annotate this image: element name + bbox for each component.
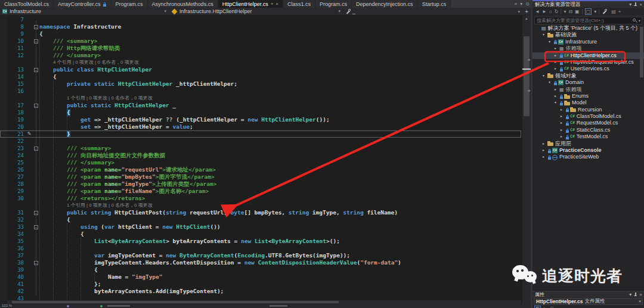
wrench-icon[interactable] — [602, 9, 607, 14]
chevron-down-icon[interactable]: ▾ — [639, 18, 640, 23]
preview-icon[interactable]: ▤ — [611, 9, 616, 14]
expander-collapsed-icon[interactable]: ▸ — [553, 86, 558, 93]
fold-collapse-icon[interactable]: − — [34, 39, 38, 43]
code-line-18[interactable]: 18{ — [0, 109, 521, 116]
codelens-line[interactable]: 1 个引用 | 0 项更改 | 0 名作者，0 项更改 — [0, 202, 521, 209]
code-line-16[interactable]: 16 — [0, 88, 521, 95]
project-dropdown[interactable]: C# Infrastructure ▾ — [0, 8, 169, 15]
categorized-icon[interactable]: ▤ — [534, 306, 541, 308]
tree-item--[interactable]: ▾基础设施 — [532, 32, 644, 38]
add-item-icon[interactable]: + — [618, 9, 621, 14]
code-line-9[interactable]: 9{ — [0, 30, 521, 38]
fold-collapse-icon[interactable]: − — [34, 104, 38, 108]
close-icon[interactable]: × — [275, 2, 278, 7]
tab-class1-cs[interactable]: Class1.cs — [283, 0, 315, 8]
home-icon[interactable]: ⌂ — [549, 9, 552, 14]
code-line-19[interactable]: 19get => _httpClientHelper ?? (_httpClie… — [0, 116, 521, 123]
tree-item-testmodel-cs[interactable]: ▸C#TestModel.cs — [532, 133, 644, 140]
code-editor[interactable]: 78−namespace Infrastructure9{10−/// <sum… — [0, 15, 531, 304]
expander-expanded-icon[interactable]: ▾ — [547, 39, 552, 45]
code-line-35[interactable]: 35List<ByteArrayContent> byteArrayConten… — [0, 238, 521, 245]
code-line-37[interactable]: 37var imgTypeContent = new ByteArrayCont… — [0, 252, 521, 259]
tab-arraycontroller-cs[interactable]: ArrayController.cs — [54, 0, 112, 8]
codelens-line[interactable]: 4 个引用 | 0 项更改 | 0 名作者，0 项更改 — [0, 59, 521, 66]
type-dropdown[interactable]: Infrastructure.HttpClientHelper ▾ — [169, 8, 343, 15]
tree-item-recursion[interactable]: ▸Recursion — [532, 107, 644, 113]
zoom-level[interactable]: 122 % — [2, 304, 12, 308]
tree-item-userservices-cs[interactable]: ▸C#UserServices.cs — [532, 66, 644, 72]
code-line-15[interactable]: 15private static HttpClientHelper _httpC… — [0, 80, 521, 88]
close-icon[interactable]: × — [639, 292, 642, 297]
fold-collapse-icon[interactable]: − — [34, 225, 38, 229]
switch-views-icon[interactable]: ↻ — [555, 9, 559, 14]
properties-icon[interactable]: ▣ — [575, 9, 580, 14]
close-icon[interactable]: × — [639, 2, 642, 7]
tree-item-model[interactable]: ▾Model — [532, 99, 644, 106]
window-menu-icon[interactable]: ▾ — [629, 292, 631, 297]
code-line-38[interactable]: 38−imgTypeContent.Headers.ContentDisposi… — [0, 259, 521, 266]
expander-expanded-icon[interactable]: ▾ — [541, 32, 546, 38]
scroll-up-icon[interactable]: ▲ — [522, 17, 531, 20]
code-line-12[interactable]: 12/// </summary> — [0, 52, 521, 59]
tab-classtoolmodel-cs[interactable]: ClassToolModel.cs — [0, 0, 54, 8]
code-line-25[interactable]: 25/// </summary> — [0, 159, 521, 166]
expander-expanded-icon[interactable]: ▾ — [553, 99, 558, 106]
expander-collapsed-icon[interactable]: ▸ — [553, 45, 558, 52]
forward-icon[interactable]: ► — [542, 9, 547, 14]
collapse-all-icon[interactable]: ⊟ — [568, 9, 572, 14]
fold-collapse-icon[interactable]: − — [34, 211, 38, 215]
tree-item-domain[interactable]: ▾C#Domain — [532, 79, 644, 86]
tree-item-enums[interactable]: ▸Enums — [532, 93, 644, 99]
code-line-13[interactable]: 13−public class HttpClientHelper — [0, 66, 521, 73]
tree-item-classtoolmodel-cs[interactable]: ▸C#ClassToolModel.cs — [532, 113, 644, 120]
code-line-33[interactable]: 33−using (var httpClient = new HttpClien… — [0, 223, 521, 231]
code-line-7[interactable]: 7 — [0, 16, 521, 23]
code-line-20[interactable]: 20set => _httpClientHelper = value; — [0, 123, 521, 130]
window-menu-icon[interactable]: ▾ — [629, 2, 631, 7]
expander-collapsed-icon[interactable]: ▸ — [559, 120, 564, 126]
expander-collapsed-icon[interactable]: ▸ — [553, 52, 558, 59]
pin-icon[interactable]: + — [271, 2, 274, 7]
expander-expanded-icon[interactable]: ▾ — [541, 73, 546, 79]
sync-with-active-document-icon[interactable]: ▢ — [585, 8, 592, 15]
fold-collapse-icon[interactable]: − — [34, 147, 38, 151]
tab-asynchronousmethods-cs[interactable]: AsynchronousMethods.cs — [148, 0, 218, 8]
tree-item--practice-5-5-[interactable]: ▤解决方案 'Practice' (5 个项目, 共 5 个) — [532, 25, 644, 32]
pin-icon[interactable] — [634, 293, 637, 297]
tree-item--[interactable]: ▸▦依赖项 — [532, 86, 644, 93]
expander-collapsed-icon[interactable]: ▸ — [559, 127, 564, 133]
code-line-29[interactable]: 29/// <param name="fileName">图片名称</param… — [0, 188, 521, 195]
pending-changes-filter-icon[interactable]: ▾ — [564, 9, 566, 14]
pin-icon[interactable] — [634, 2, 637, 7]
expander-collapsed-icon[interactable]: ▸ — [553, 93, 558, 99]
fold-collapse-icon[interactable]: − — [34, 68, 38, 72]
back-icon[interactable]: ◄ — [535, 9, 540, 14]
tree-item-practiceconsole[interactable]: ▸C#PracticeConsole — [532, 147, 644, 154]
search-input[interactable] — [535, 18, 632, 23]
code-line-8[interactable]: 8−namespace Infrastructure — [0, 23, 521, 30]
code-line-42[interactable]: 42byteArrayContents.Add(imgTypeContent); — [0, 288, 521, 295]
tree-item--[interactable]: ▸应用层 — [532, 141, 644, 147]
expander-collapsed-icon[interactable]: ▸ — [541, 147, 546, 154]
tab-list-icon[interactable]: ▾ — [520, 1, 522, 7]
code-line-11[interactable]: 11/// Http网络请求帮助类 — [0, 45, 521, 52]
expander-collapsed-icon[interactable]: ▸ — [559, 133, 564, 140]
tab-httpclienthelper-cs[interactable]: HttpClientHelper.cs+× — [218, 0, 283, 8]
tree-item-httpwebrequesthepler-cs[interactable]: ▸C#HttpWebRequestHepler.cs — [532, 59, 644, 66]
code-line-24[interactable]: 24/// 向目标地址提交图片文件参数数据 — [0, 152, 521, 159]
tab-dependencyinjection-cs[interactable]: DependencyInjection.cs — [352, 0, 418, 8]
tree-item-practicesiteweb[interactable]: ▸PracticeSiteWeb — [532, 154, 644, 160]
code-line-26[interactable]: 26/// <param name="requestUrl">请求地址</par… — [0, 166, 521, 173]
code-line-40[interactable]: 40Name = "imgType" — [0, 273, 521, 281]
tree-item--[interactable]: ▾领域对象 — [532, 73, 644, 79]
tree-item-requestmodel-cs[interactable]: ▸C#RequestModel.cs — [532, 120, 644, 126]
horizontal-scrollbar-thumb[interactable] — [12, 301, 339, 303]
expander-collapsed-icon[interactable]: ▸ — [541, 141, 546, 147]
code-line-39[interactable]: 39{ — [0, 266, 521, 273]
code-line-28[interactable]: 28/// <param name="imgType">上传图片类型</para… — [0, 181, 521, 188]
code-line-41[interactable]: 41}; — [0, 281, 521, 288]
solution-search-box[interactable]: ▾ — [534, 17, 642, 24]
expander-collapsed-icon[interactable]: ▸ — [559, 107, 564, 113]
properties-object-combo[interactable]: HttpClientHelper.cs 文件属性 ▾ — [534, 298, 643, 305]
code-line-31[interactable]: 31−public string HttpClientPost(string r… — [0, 209, 521, 216]
